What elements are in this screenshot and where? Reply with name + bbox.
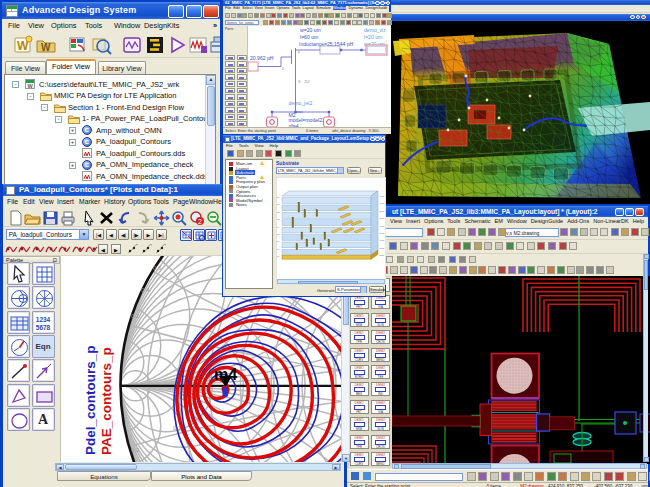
svg-text:2um: 2um (380, 210, 385, 213)
svg-text:0.4: 0.4 (141, 287, 150, 293)
svg-text:1um: 1um (380, 202, 385, 205)
svg-text:0.6: 0.6 (153, 265, 162, 271)
svg-text:0.1: 0.1 (173, 425, 182, 431)
svg-text:20.962 pH: 20.962 pH (250, 55, 274, 61)
svg-text:8um: 8um (380, 254, 385, 257)
svg-text:0.2: 0.2 (131, 313, 140, 319)
svg-text:0: 0 (282, 67, 284, 71)
svg-text:demo_viz: demo_viz (364, 26, 386, 32)
svg-text:p: p (298, 50, 300, 54)
svg-text:0um: 0um (380, 195, 385, 198)
svg-text:6um: 6um (380, 239, 385, 242)
svg-text:J52: J52 (304, 80, 310, 84)
svg-text:3um: 3um (380, 217, 385, 220)
svg-text:W: W (41, 42, 51, 53)
svg-text:7um: 7um (380, 247, 385, 250)
svg-text:Pdel_contours_p: Pdel_contours_p (83, 345, 98, 455)
svg-text:Inductance=25.1544 pH: Inductance=25.1544 pH (299, 40, 354, 46)
svg-text:2: 2 (198, 218, 202, 225)
svg-text:l=20 um: l=20 um (364, 33, 382, 39)
svg-text:demo_jet2: demo_jet2 (289, 100, 313, 106)
svg-text:l=60 um: l=60 um (300, 33, 318, 39)
svg-text:w=20 um: w=20 um (300, 26, 321, 32)
svg-text:4um: 4um (380, 225, 385, 228)
svg-text:5um: 5um (380, 232, 385, 235)
svg-text:0.2: 0.2 (131, 447, 140, 453)
svg-text:PAE_contours_p: PAE_contours_p (99, 347, 114, 455)
